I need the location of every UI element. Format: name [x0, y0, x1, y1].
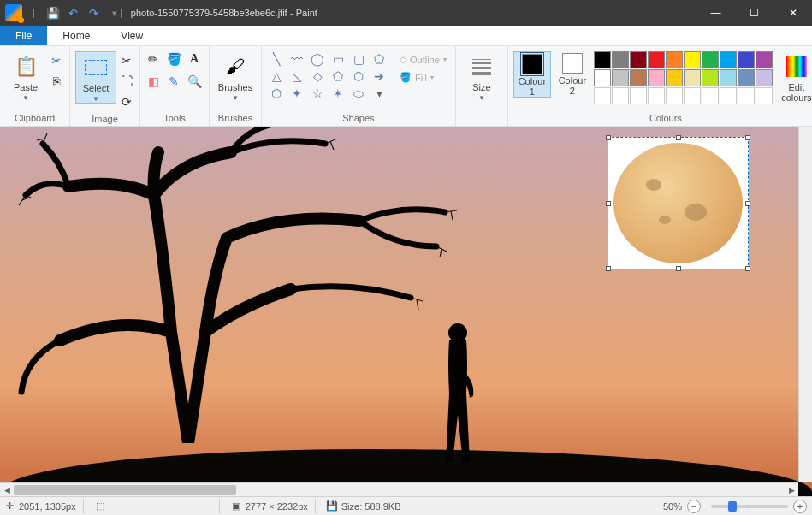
colour-swatch[interactable]	[594, 69, 611, 86]
colour-swatch[interactable]	[630, 87, 647, 104]
colour-swatch[interactable]	[720, 87, 737, 104]
colour-swatch[interactable]	[720, 51, 737, 68]
cut-icon[interactable]: ✂	[49, 53, 64, 68]
picker-icon[interactable]: ✎	[166, 74, 181, 89]
colour-swatch[interactable]	[612, 69, 629, 86]
colour2-button[interactable]: Colour 2	[554, 51, 591, 96]
triangle-shape[interactable]: △	[267, 68, 286, 84]
brushes-button[interactable]: 🖌 Brushes ▼	[215, 51, 256, 102]
size-button[interactable]: Size ▼	[461, 51, 502, 102]
colour-swatch[interactable]	[666, 51, 683, 68]
redo-icon[interactable]: ↷	[86, 5, 102, 21]
canvas-area[interactable]	[0, 127, 812, 496]
horizontal-scrollbar[interactable]: ◀ ▶	[0, 482, 798, 496]
colour1-button[interactable]: Colour 1	[513, 51, 551, 98]
canvas-image[interactable]	[0, 127, 812, 496]
polygon-shape[interactable]: ⬠	[370, 51, 388, 67]
handle-sw[interactable]	[606, 266, 611, 271]
colour-swatch[interactable]	[702, 69, 719, 86]
colour-swatch[interactable]	[648, 69, 665, 86]
rainbow-icon	[783, 53, 810, 80]
colour-swatch[interactable]	[756, 69, 773, 86]
colour-swatch[interactable]	[612, 87, 629, 104]
colour-swatch[interactable]	[594, 87, 611, 104]
tab-view[interactable]: View	[105, 26, 158, 45]
fill-icon[interactable]: 🪣	[166, 51, 181, 67]
fill-dropdown[interactable]: 🪣 Fill ▾	[396, 71, 450, 84]
pentagon-shape[interactable]: ⬠	[329, 68, 347, 84]
line-shape[interactable]: ╲	[267, 51, 286, 67]
undo-icon[interactable]: ↶	[66, 5, 81, 21]
shapes-gallery[interactable]: ╲ 〰 ◯ ▭ ▢ ⬠ △ ◺ ◇ ⬠ ⬡ ➔ ⬡ ✦ ☆ ✶ ⬭ ▾	[267, 51, 388, 101]
colour-swatch[interactable]	[756, 51, 773, 68]
select-button[interactable]: Select ▼	[75, 51, 116, 104]
colour-swatch[interactable]	[648, 87, 665, 104]
close-button[interactable]: ✕	[773, 0, 812, 26]
crop-icon[interactable]: ✂	[119, 53, 134, 68]
edit-colours-button[interactable]: Edit colours	[775, 51, 812, 103]
diamond-shape[interactable]: ◇	[308, 68, 327, 84]
oval-shape[interactable]: ◯	[308, 51, 327, 67]
pencil-icon[interactable]: ✏	[145, 51, 161, 67]
curve-shape[interactable]: 〰	[287, 51, 306, 67]
colour-swatch[interactable]	[630, 51, 647, 68]
handle-nw[interactable]	[606, 135, 611, 140]
star4-shape[interactable]: ✦	[287, 86, 306, 101]
colour-swatch[interactable]	[702, 87, 719, 104]
colour-swatch[interactable]	[612, 51, 629, 68]
maximize-button[interactable]: ☐	[735, 0, 773, 26]
colour-swatch[interactable]	[720, 69, 737, 86]
colour-swatch[interactable]	[684, 87, 701, 104]
zoom-out-button[interactable]: −	[687, 500, 701, 513]
paste-button[interactable]: 📋 Paste ▼	[5, 51, 46, 102]
handle-e[interactable]	[745, 201, 750, 206]
colour-palette[interactable]	[594, 51, 773, 104]
rtriangle-shape[interactable]: ◺	[287, 68, 306, 84]
callout-shape[interactable]: ⬭	[349, 86, 368, 101]
rotate-icon[interactable]: ⟳	[119, 94, 134, 110]
colour-swatch[interactable]	[684, 51, 701, 68]
colour-swatch[interactable]	[684, 69, 701, 86]
handle-w[interactable]	[606, 201, 611, 206]
tab-home[interactable]: Home	[47, 26, 105, 45]
scroll-left-icon[interactable]: ◀	[0, 483, 14, 497]
tab-file[interactable]: File	[0, 26, 47, 45]
zoom-thumb[interactable]	[728, 501, 737, 512]
colour-swatch[interactable]	[594, 51, 611, 68]
text-icon[interactable]: A	[187, 51, 202, 67]
scroll-right-icon[interactable]: ▶	[785, 483, 798, 497]
scroll-thumb[interactable]	[14, 485, 236, 495]
colour-swatch[interactable]	[702, 51, 719, 68]
zoom-slider[interactable]	[711, 505, 788, 508]
save-icon[interactable]: 💾	[45, 5, 61, 21]
minimize-button[interactable]: —	[696, 0, 735, 26]
handle-s[interactable]	[676, 266, 681, 271]
zoom-in-button[interactable]: +	[793, 500, 807, 513]
outline-dropdown[interactable]: ◇ Outline ▾	[396, 53, 450, 66]
colour-swatch[interactable]	[756, 87, 773, 104]
magnifier-icon[interactable]: 🔍	[187, 74, 202, 89]
colour-swatch[interactable]	[666, 87, 683, 104]
colour-swatch[interactable]	[648, 51, 665, 68]
hexagon2-shape[interactable]: ⬡	[267, 86, 286, 101]
handle-n[interactable]	[676, 135, 681, 140]
resize-icon[interactable]: ⛶	[119, 74, 134, 89]
arrow-right-shape[interactable]: ➔	[370, 68, 388, 84]
star6-shape[interactable]: ✶	[329, 86, 347, 101]
rect-shape[interactable]: ▭	[329, 51, 347, 67]
colour-swatch[interactable]	[666, 69, 683, 86]
more-shapes[interactable]: ▾	[370, 86, 388, 101]
copy-icon[interactable]: ⎘	[49, 74, 64, 89]
hexagon-shape[interactable]: ⬡	[349, 68, 368, 84]
handle-se[interactable]	[745, 266, 750, 271]
roundrect-shape[interactable]: ▢	[349, 51, 368, 67]
star5-shape[interactable]: ☆	[308, 86, 327, 101]
colour-swatch[interactable]	[738, 69, 755, 86]
vertical-scrollbar[interactable]	[798, 127, 812, 482]
colour-swatch[interactable]	[738, 87, 755, 104]
colour-swatch[interactable]	[630, 69, 647, 86]
eraser-icon[interactable]: ◧	[145, 74, 161, 89]
handle-ne[interactable]	[745, 135, 750, 140]
selection-box[interactable]	[608, 137, 749, 269]
colour-swatch[interactable]	[738, 51, 755, 68]
